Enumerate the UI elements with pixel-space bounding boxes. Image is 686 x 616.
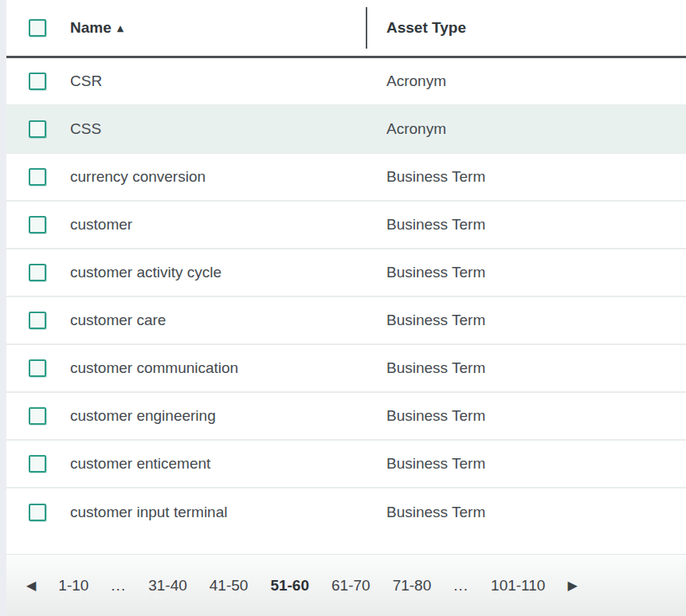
column-header-name[interactable]: Name ▲ bbox=[70, 19, 367, 37]
table-row[interactable]: customer Business Term bbox=[0, 202, 686, 249]
row-name[interactable]: customer engineering bbox=[70, 407, 367, 425]
pagination-items: ◀ 1-10...31-4041-5051-6061-7071-80...101… bbox=[26, 577, 578, 594]
asset-table: Name ▲ Asset Type CSR Acronym CSS Acrony… bbox=[0, 0, 686, 536]
table-row[interactable]: customer engineering Business Term bbox=[0, 393, 686, 441]
row-name[interactable]: CSS bbox=[70, 120, 367, 138]
table-row[interactable]: customer care Business Term bbox=[0, 297, 686, 345]
table-header: Name ▲ Asset Type bbox=[0, 0, 686, 58]
pagination-next-icon[interactable]: ▶ bbox=[567, 579, 577, 592]
row-asset-type: Business Term bbox=[367, 216, 485, 233]
row-checkbox[interactable] bbox=[29, 168, 46, 186]
row-checkbox[interactable] bbox=[29, 407, 46, 425]
row-name[interactable]: customer care bbox=[70, 312, 367, 329]
column-header-asset-type[interactable]: Asset Type bbox=[367, 19, 466, 37]
row-name[interactable]: customer bbox=[70, 216, 367, 233]
table-row[interactable]: customer input terminal Business Term bbox=[0, 488, 686, 536]
row-name[interactable]: customer communication bbox=[70, 359, 367, 377]
row-name[interactable]: customer input terminal bbox=[70, 504, 367, 521]
table-row[interactable]: customer activity cycle Business Term bbox=[0, 249, 686, 297]
row-checkbox[interactable] bbox=[29, 504, 46, 521]
row-asset-type: Business Term bbox=[367, 359, 485, 377]
row-asset-type: Business Term bbox=[367, 455, 485, 473]
table-row[interactable]: CSS Acronym bbox=[0, 106, 686, 154]
pagination-page-61-70[interactable]: 61-70 bbox=[331, 577, 370, 594]
pagination-ellipsis: ... bbox=[111, 577, 126, 594]
table-body: CSR Acronym CSS Acronym currency convers… bbox=[0, 58, 686, 536]
column-divider bbox=[366, 7, 367, 49]
row-asset-type: Acronym bbox=[367, 73, 446, 90]
select-all-checkbox[interactable] bbox=[29, 19, 46, 37]
pagination-page-71-80[interactable]: 71-80 bbox=[393, 577, 432, 594]
pagination-pages: 1-10...31-4041-5051-6061-7071-80...101-1… bbox=[58, 577, 545, 594]
pagination-prev-icon[interactable]: ◀ bbox=[26, 579, 36, 592]
row-asset-type: Business Term bbox=[367, 168, 485, 186]
pagination-page-31-40[interactable]: 31-40 bbox=[148, 577, 187, 594]
pagination-page-101-110[interactable]: 101-110 bbox=[491, 577, 545, 594]
pagination-ellipsis: ... bbox=[453, 577, 468, 594]
sort-ascending-icon[interactable]: ▲ bbox=[117, 24, 123, 33]
row-checkbox[interactable] bbox=[29, 264, 46, 281]
pagination-page-51-60[interactable]: 51-60 bbox=[270, 577, 309, 594]
table-row[interactable]: customer communication Business Term bbox=[0, 345, 686, 393]
row-checkbox[interactable] bbox=[29, 216, 46, 233]
row-name[interactable]: currency conversion bbox=[70, 168, 367, 186]
row-checkbox[interactable] bbox=[29, 455, 46, 473]
column-header-name-label: Name bbox=[70, 19, 112, 37]
row-asset-type: Business Term bbox=[367, 312, 485, 329]
row-checkbox[interactable] bbox=[29, 73, 46, 90]
row-name[interactable]: customer enticement bbox=[70, 455, 367, 473]
row-checkbox[interactable] bbox=[29, 120, 46, 138]
row-checkbox[interactable] bbox=[29, 312, 46, 329]
row-checkbox[interactable] bbox=[29, 359, 46, 377]
row-asset-type: Business Term bbox=[367, 504, 485, 521]
table-row[interactable]: CSR Acronym bbox=[0, 58, 686, 106]
pagination-page-1-10[interactable]: 1-10 bbox=[58, 577, 88, 594]
pagination-page-41-50[interactable]: 41-50 bbox=[210, 577, 249, 594]
row-name[interactable]: CSR bbox=[70, 73, 367, 90]
table-row[interactable]: currency conversion Business Term bbox=[0, 154, 686, 202]
pagination-bar: ◀ 1-10...31-4041-5051-6061-7071-80...101… bbox=[0, 554, 686, 616]
row-asset-type: Business Term bbox=[367, 407, 485, 425]
row-name[interactable]: customer activity cycle bbox=[70, 264, 367, 281]
row-asset-type: Acronym bbox=[367, 120, 446, 138]
table-row[interactable]: customer enticement Business Term bbox=[0, 441, 686, 488]
page-left-gutter bbox=[0, 0, 6, 616]
row-asset-type: Business Term bbox=[367, 264, 485, 281]
